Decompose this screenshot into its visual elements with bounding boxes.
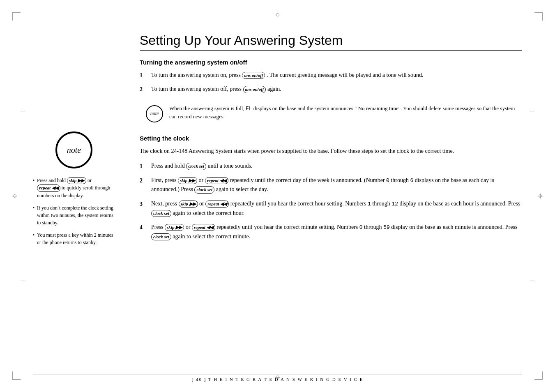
section2-item-2: 2 First, press skip ▶▶ or repeat ◀◀ repe… (140, 176, 522, 194)
ans-on-off-btn-2: ans on/off (243, 86, 266, 93)
hour-display-start: 1 (368, 201, 371, 207)
section1-note-oval: note (146, 105, 163, 122)
sidebar-bullet-3-text: You must press a key within 2 minutes or… (37, 232, 113, 245)
hour-display-end: 12 (391, 201, 398, 207)
section2-item-1-content: Press and hold clock set until a tone so… (151, 161, 522, 171)
section2-item-2-content: First, press skip ▶▶ or repeat ◀◀ repeat… (151, 176, 522, 194)
center-mark-top (275, 12, 280, 17)
repeat-btn-3: repeat ◀◀ (205, 201, 229, 208)
sidebar-bullet-2: If you don´t complete the clock setting … (33, 204, 115, 226)
section1-item-1-content: To turn the answering system on, press a… (151, 71, 522, 80)
section2-item-4: 4 Press skip ▶▶ or repeat ◀◀ repeatedly … (140, 223, 522, 241)
sidebar-note-label: note (67, 145, 81, 155)
section2-item-3-content: Next, press skip ▶▶ or repeat ◀◀ repeate… (151, 199, 522, 218)
sidebar-bullet-3: You must press a key within 2 minutes or… (33, 231, 115, 246)
sidebar-note-circle: note (55, 131, 92, 168)
section2-intro: The clock on 24-148 Answering System sta… (140, 147, 522, 156)
tick-left-bottom (21, 281, 25, 281)
corner-mark-bl (12, 371, 21, 380)
page: note Press and hold skip ▶▶ or repeat ◀◀… (0, 0, 555, 392)
section2-item-3-num: 3 (140, 200, 148, 218)
sidebar-repeat-btn: repeat ◀◀ (37, 184, 60, 191)
section2-item-4-num: 4 (140, 223, 148, 241)
section1-item-1: 1 To turn the answering system on, press… (140, 71, 522, 80)
corner-mark-br (534, 371, 543, 380)
section1-note-text: When the answering system is full, FL di… (169, 104, 516, 121)
repeat-btn-4: repeat ◀◀ (192, 224, 215, 231)
clock-set-btn-1: clock set (186, 163, 206, 170)
main-layout: note Press and hold skip ▶▶ or repeat ◀◀… (33, 33, 522, 367)
day-display-start: 0 (386, 178, 389, 184)
footer-text: [ 40 ] T H E I N T E G R A T E D A N S W… (192, 377, 364, 382)
corner-mark-tl (12, 12, 21, 21)
page-footer: [ 40 ] T H E I N T E G R A T E D A N S W… (33, 374, 522, 382)
clock-set-btn-4: clock set (151, 233, 171, 240)
min-display-start: 0 (359, 224, 363, 231)
section2-item-1: 1 Press and hold clock set until a tone … (140, 161, 522, 171)
corner-mark-tr (534, 12, 543, 21)
tick-right-bottom (530, 281, 534, 281)
center-mark-left (12, 194, 17, 198)
left-sidebar: note Press and hold skip ▶▶ or repeat ◀◀… (33, 33, 123, 367)
sidebar-bullet-2-text: If you don´t complete the clock setting … (37, 205, 113, 226)
sidebar-bullets-list: Press and hold skip ▶▶ or repeat ◀◀ to q… (33, 177, 115, 246)
section2-title: Setting the clock (140, 135, 522, 142)
skip-btn-2: skip ▶▶ (178, 177, 197, 184)
repeat-btn-2: repeat ◀◀ (205, 177, 228, 184)
sidebar-bullet-1-text-mid: or (86, 178, 92, 183)
section1-note-label: note (150, 111, 159, 117)
sidebar-bullet-1-text-before: Press and hold (37, 178, 67, 183)
section1-item-2-content: To turn the answering system off, press … (151, 85, 522, 94)
day-display-end: 6 (410, 178, 413, 184)
skip-btn-4: skip ▶▶ (165, 224, 184, 231)
sidebar-skip-btn: skip ▶▶ (67, 177, 86, 184)
fl-display: FL (246, 106, 252, 112)
skip-btn-3: skip ▶▶ (179, 201, 198, 208)
page-title: Setting Up Your Answering System (140, 33, 522, 51)
section1-item-1-num: 1 (140, 71, 148, 80)
section1-title: Turning the answering system on/off (140, 59, 522, 66)
min-display-end: 59 (383, 224, 390, 231)
main-content: Setting Up Your Answering System Turning… (123, 33, 522, 367)
section2-item-1-num: 1 (140, 162, 148, 171)
section2-item-2-num: 2 (140, 176, 148, 194)
tick-right-top (530, 111, 534, 111)
section1-item-2-num: 2 (140, 85, 148, 94)
clock-set-btn-3: clock set (151, 210, 171, 217)
clock-set-btn-2: clock set (194, 186, 214, 193)
section1-item-2: 2 To turn the answering system off, pres… (140, 85, 522, 94)
ans-on-off-btn-1: ans on/off (242, 72, 265, 79)
sidebar-bullet-1: Press and hold skip ▶▶ or repeat ◀◀ to q… (33, 177, 115, 199)
section2-item-3: 3 Next, press skip ▶▶ or repeat ◀◀ repea… (140, 199, 522, 218)
tick-left-top (21, 111, 25, 111)
center-mark-right (538, 194, 543, 198)
section1-note-box: note When the answering system is full, … (140, 100, 522, 127)
section2-item-4-content: Press skip ▶▶ or repeat ◀◀ repeatedly un… (151, 223, 522, 241)
